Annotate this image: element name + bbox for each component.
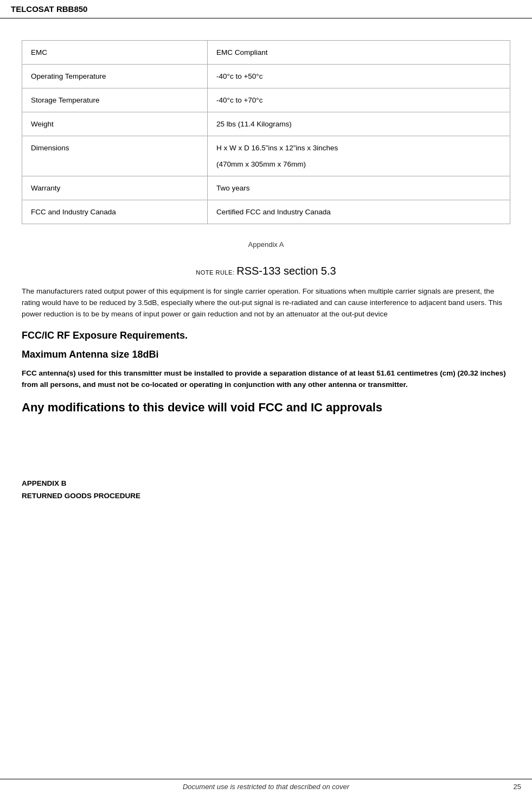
- table-cell-value: Certified FCC and Industry Canada: [208, 200, 510, 224]
- table-cell-label: Dimensions: [22, 136, 208, 176]
- page-title: TELCOSAT RBB850: [11, 4, 87, 14]
- table-row: Weight25 lbs (11.4 Kilograms): [22, 112, 510, 136]
- table-cell-value: H x W x D 16.5”ins x 12”ins x 3inches(47…: [208, 136, 510, 176]
- table-cell-value: -40°c to +70°c: [208, 88, 510, 112]
- table-cell-label: Storage Temperature: [22, 88, 208, 112]
- footer-page-number: 25: [505, 783, 521, 791]
- section2-heading: Maximum Antenna size 18dBi: [22, 349, 510, 360]
- table-cell-label: EMC: [22, 41, 208, 65]
- table-row: DimensionsH x W x D 16.5”ins x 12”ins x …: [22, 136, 510, 176]
- bold-paragraph: FCC antenna(s) used for this transmitter…: [22, 368, 510, 391]
- appendix-b-line1: APPENDIX B: [22, 478, 510, 490]
- large-heading: Any modifications to this device will vo…: [22, 401, 510, 415]
- table-row: FCC and Industry CanadaCertified FCC and…: [22, 200, 510, 224]
- appendix-b-line2: RETURNED GOODS PROCEDURE: [22, 490, 510, 503]
- main-content: EMCEMC CompliantOperating Temperature-40…: [0, 18, 532, 535]
- table-row: Operating Temperature-40°c to +50°c: [22, 65, 510, 88]
- page-header: TELCOSAT RBB850: [0, 0, 532, 18]
- table-row: Storage Temperature-40°c to +70°c: [22, 88, 510, 112]
- note-rule: NOTE RULE: RSS-133 section 5.3: [22, 265, 510, 277]
- table-cell-value: EMC Compliant: [208, 41, 510, 65]
- appendix-b-section: APPENDIX B RETURNED GOODS PROCEDURE: [22, 478, 510, 503]
- table-cell-value: 25 lbs (11.4 Kilograms): [208, 112, 510, 136]
- appendix-a-label: Appendix A: [22, 240, 510, 249]
- body-paragraph: The manufacturers rated output power of …: [22, 286, 510, 320]
- table-row: WarrantyTwo years: [22, 176, 510, 200]
- table-cell-value: -40°c to +50°c: [208, 65, 510, 88]
- table-cell-value: Two years: [208, 176, 510, 200]
- table-row: EMCEMC Compliant: [22, 41, 510, 65]
- note-prefix: NOTE RULE:: [196, 269, 234, 276]
- table-cell-label: Operating Temperature: [22, 65, 208, 88]
- note-value: RSS-133 section 5.3: [236, 265, 336, 277]
- table-cell-label: FCC and Industry Canada: [22, 200, 208, 224]
- spacer: [22, 423, 510, 467]
- table-cell-label: Weight: [22, 112, 208, 136]
- spec-table: EMCEMC CompliantOperating Temperature-40…: [22, 40, 510, 224]
- page-footer: Document use is restricted to that descr…: [0, 779, 532, 794]
- section1-heading: FCC/IC RF Exposure Requirements.: [22, 330, 510, 341]
- table-cell-label: Warranty: [22, 176, 208, 200]
- footer-center-text: Document use is restricted to that descr…: [27, 783, 505, 791]
